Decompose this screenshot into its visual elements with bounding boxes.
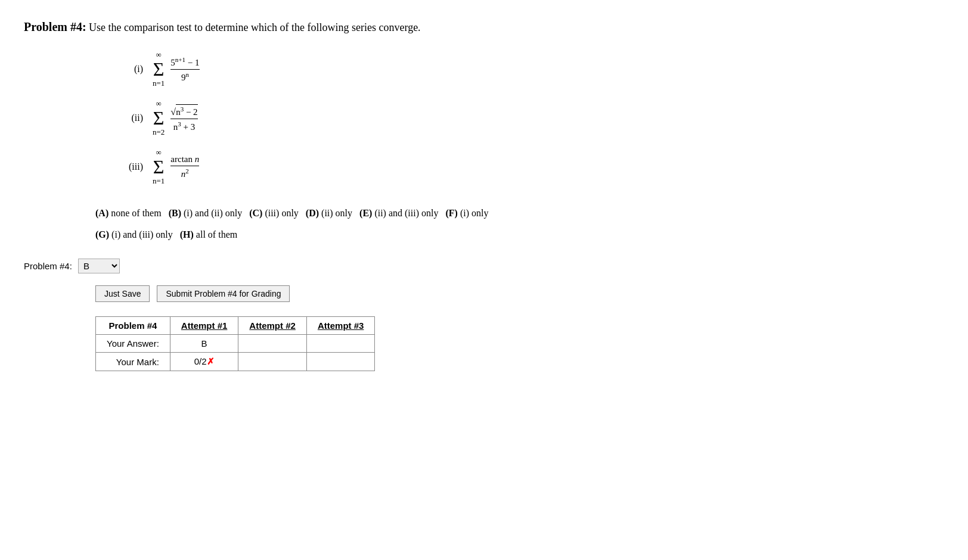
sigma-symbol-ii: Σ bbox=[153, 108, 165, 127]
numerator-ii: √n3 − 2 bbox=[170, 104, 197, 119]
sigma-bottom-i: n=1 bbox=[153, 79, 165, 88]
mark-attempt2 bbox=[238, 353, 307, 371]
table-row-mark: Your Mark: 0/2✗ bbox=[96, 353, 375, 371]
choice-D-text: (ii) only bbox=[321, 208, 352, 218]
mark-row-label: Your Mark: bbox=[96, 353, 170, 371]
mark-attempt3 bbox=[306, 353, 375, 371]
answer-attempt1: B bbox=[170, 335, 238, 353]
numerator-iii: arctan n bbox=[170, 154, 199, 166]
choice-E-text: (ii) and (iii) only bbox=[374, 208, 438, 218]
series-container: (i) ∞ Σ n=1 5n+1 − 1 9n (ii) ∞ Σ n=2 √n3… bbox=[119, 50, 944, 186]
problem-number: Problem #4: bbox=[24, 20, 86, 33]
choices-line-2: (G) (i) and (iii) only (H) all of them bbox=[95, 225, 944, 244]
choice-H-text: all of them bbox=[196, 229, 237, 239]
fraction-i: 5n+1 − 1 9n bbox=[170, 56, 199, 83]
problem-description: Use the comparison test to determine whi… bbox=[89, 21, 421, 33]
submit-button[interactable]: Submit Problem #4 for Grading bbox=[157, 285, 290, 302]
denominator-ii: n3 + 3 bbox=[173, 119, 195, 132]
table-header-row: Problem #4 Attempt #1 Attempt #2 Attempt… bbox=[96, 317, 375, 335]
sigma-ii: ∞ Σ n=2 bbox=[153, 99, 165, 137]
denominator-iii: n2 bbox=[181, 166, 189, 179]
fraction-iii: arctan n n2 bbox=[170, 154, 199, 179]
fraction-ii: √n3 − 2 n3 + 3 bbox=[170, 104, 197, 132]
sigma-bottom-iii: n=1 bbox=[153, 176, 165, 186]
answer-row-label: Your Answer: bbox=[96, 335, 170, 353]
choice-B-text: (i) and (ii) only bbox=[184, 208, 242, 218]
table-header-attempt1: Attempt #1 bbox=[170, 317, 238, 335]
table-header-attempt3: Attempt #3 bbox=[306, 317, 375, 335]
choice-A-letter: (A) bbox=[95, 208, 108, 218]
choice-A-text: none of them bbox=[111, 208, 161, 218]
choices-line-1: (A) none of them (B) (i) and (ii) only (… bbox=[95, 204, 944, 223]
sigma-bottom-ii: n=2 bbox=[153, 127, 165, 137]
table-header-attempt2: Attempt #2 bbox=[238, 317, 307, 335]
sigma-iii: ∞ Σ n=1 bbox=[153, 148, 165, 186]
answer-select[interactable]: A B C D E F G H bbox=[78, 259, 120, 273]
answer-label: Problem #4: bbox=[24, 261, 72, 271]
series-row-ii: (ii) ∞ Σ n=2 √n3 − 2 n3 + 3 bbox=[119, 99, 944, 137]
just-save-button[interactable]: Just Save bbox=[95, 285, 150, 302]
choice-G-letter: (G) bbox=[95, 229, 109, 239]
series-label-iii: (iii) bbox=[119, 161, 143, 172]
table-header-problem: Problem #4 bbox=[96, 317, 170, 335]
radicand-ii: n3 − 2 bbox=[176, 104, 197, 117]
series-row-i: (i) ∞ Σ n=1 5n+1 − 1 9n bbox=[119, 50, 944, 88]
denominator-i: 9n bbox=[181, 70, 189, 83]
series-row-iii: (iii) ∞ Σ n=1 arctan n n2 bbox=[119, 148, 944, 186]
answer-attempt3 bbox=[306, 335, 375, 353]
choice-B-letter: (B) bbox=[169, 208, 181, 218]
answer-row: Problem #4: A B C D E F G H bbox=[24, 259, 944, 273]
numerator-i: 5n+1 − 1 bbox=[170, 56, 199, 70]
choice-G-text: (i) and (iii) only bbox=[111, 229, 173, 239]
choice-E-letter: (E) bbox=[359, 208, 372, 218]
answer-attempt2 bbox=[238, 335, 307, 353]
choice-H-letter: (H) bbox=[180, 229, 194, 239]
attempts-table: Problem #4 Attempt #1 Attempt #2 Attempt… bbox=[95, 316, 375, 371]
choices-block: (A) none of them (B) (i) and (ii) only (… bbox=[95, 204, 944, 244]
table-row-answer: Your Answer: B bbox=[96, 335, 375, 353]
choice-F-text: (i) only bbox=[460, 208, 489, 218]
mark-attempt1: 0/2✗ bbox=[170, 353, 238, 371]
sigma-symbol-i: Σ bbox=[153, 60, 165, 79]
series-label-ii: (ii) bbox=[119, 113, 143, 123]
buttons-row: Just Save Submit Problem #4 for Grading bbox=[95, 285, 944, 302]
series-label-i: (i) bbox=[119, 64, 143, 74]
choice-D-letter: (D) bbox=[306, 208, 319, 218]
choice-C-letter: (C) bbox=[249, 208, 262, 218]
problem-title: Problem #4: Use the comparison test to d… bbox=[24, 18, 944, 36]
choice-F-letter: (F) bbox=[445, 208, 457, 218]
choice-C-text: (iii) only bbox=[265, 208, 298, 218]
sigma-symbol-iii: Σ bbox=[153, 157, 165, 176]
sigma-i: ∞ Σ n=1 bbox=[153, 50, 165, 88]
sqrt-symbol-ii: √ bbox=[170, 107, 176, 117]
